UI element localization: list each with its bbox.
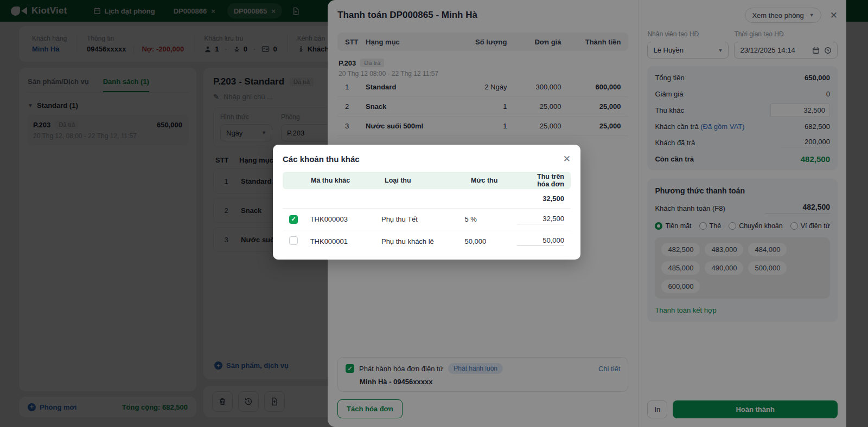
- modal-total-row: 32,500: [283, 189, 571, 209]
- charge-row[interactable]: ✓ THK000003 Phụ thu Tết 5 % 32,500: [283, 209, 571, 230]
- modal-col-type: Loại thu: [385, 177, 471, 184]
- charge-rate: 50,000: [465, 237, 518, 245]
- charge-code: THK000001: [310, 237, 381, 245]
- modal-col-invoice: Thu trên hóa đơn: [525, 173, 564, 188]
- charge-rate: 5 %: [465, 215, 518, 223]
- modal-total-value: 32,500: [289, 195, 564, 203]
- other-charges-modal: Các khoản thu khác ✕ Mã thu khác Loại th…: [273, 145, 580, 260]
- charge-type: Phụ thu Tết: [381, 215, 465, 223]
- modal-col-rate: Mức thu: [471, 177, 525, 184]
- app-root: KiotViet Lịch đặt phòng DP000866 × DP000…: [0, 0, 868, 427]
- modal-title: Các khoản thu khác: [283, 154, 360, 164]
- modal-close-icon[interactable]: ✕: [563, 153, 571, 165]
- modal-table-header: Mã thu khác Loại thu Mức thu Thu trên hó…: [283, 172, 571, 189]
- charge-value-input[interactable]: 50,000: [517, 236, 564, 246]
- charge-checkbox-unchecked[interactable]: [289, 236, 298, 245]
- charge-code: THK000003: [310, 215, 381, 223]
- charge-row[interactable]: THK000001 Phụ thu khách lẻ 50,000 50,000: [283, 230, 571, 252]
- charge-type: Phụ thu khách lẻ: [381, 237, 465, 245]
- charge-value-input[interactable]: 32,500: [517, 215, 564, 224]
- charge-checkbox-checked[interactable]: ✓: [289, 215, 298, 224]
- modal-col-code: Mã thu khác: [311, 177, 385, 184]
